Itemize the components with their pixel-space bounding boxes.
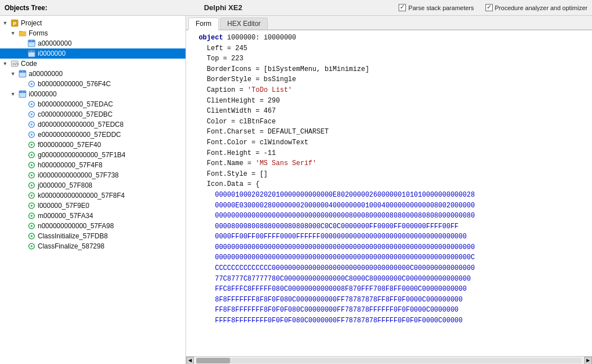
tree-item-k0000000000000_57F8F4[interactable]: k000000000000000_57F8F4 [0,190,185,201]
expand-icon[interactable]: ▼ [9,29,17,37]
tree-label: ClassFinalize_587298 [38,242,104,250]
procedure-analyzer-checkbox[interactable] [485,4,493,11]
expand-icon[interactable]: ▼ [9,90,17,98]
code-line-6: ClientHeight = 290 [191,96,587,106]
func-green-icon [27,140,36,149]
expand-icon [18,80,26,88]
tree-label: Project [21,19,42,27]
expand-icon [18,151,26,159]
expand-icon [18,232,26,240]
tree-item-forms[interactable]: ▼Forms [0,28,185,38]
tree-label: a00000000 [29,70,63,78]
left-panel: ▼PProject▼Forms ia00000000 ii0000000▼</>… [0,16,186,364]
code-line-3: BorderIcons = [biSystemMenu, biMinimize] [191,64,587,75]
tab-hex-editor[interactable]: HEX Editor [220,17,268,29]
tree-item-n0000000000000_57FA98[interactable]: n000000000000_57FA98 [0,221,185,231]
code-line-19: 0000FF00FF00FFFF0000FFFFFF00000000000000… [191,232,587,242]
code-line-22: CCCCCCCCCCCCCC00000000000000000000000000… [191,263,587,274]
top-bar: Objects Tree: Delphi XE2 Parse stack par… [0,0,592,16]
parse-stack-checkbox[interactable] [399,4,406,11]
tree-item-project[interactable]: ▼PProject [0,18,185,28]
unit-icon: i [18,90,27,99]
expand-icon[interactable]: ▼ [9,70,17,78]
objects-tree[interactable]: ▼PProject▼Forms ia00000000 ii0000000▼</>… [0,16,185,364]
svg-text:i: i [32,40,32,43]
form-icon: i [27,49,36,58]
code-line-9: Font.Charset = DEFAULT_CHARSET [191,127,587,137]
tree-item-g0000000000000_57F1B4[interactable]: g000000000000000_57F1B4 [0,150,185,160]
code-line-13: Font.Style = [] [191,169,587,180]
func-green-icon [27,171,36,180]
svg-text:i: i [32,50,32,53]
tree-item-a00000000_2[interactable]: ▼ia00000000 [0,69,185,79]
tree-item-b00000000000_576F4C[interactable]: b00000000000_576F4C [0,79,185,89]
tree-label: l000000_57F9E0 [38,202,89,210]
tree-item-ClassFinalize_587298[interactable]: ClassFinalize_587298 [0,241,185,251]
expand-icon [18,161,26,169]
code-line-27: FFFF8FFFFFFFF0F0F0F080C0000000FF78787878… [191,316,587,326]
tree-item-f0000000000_57EF40[interactable]: f000000000_57EF40 [0,140,185,150]
tab-form[interactable]: Form [188,17,219,30]
code-line-20: 0000000000000000000000000000000000000000… [191,242,587,253]
func-green-icon [27,232,36,241]
app-title: Delphi XE2 [59,3,387,12]
expand-icon [18,192,26,199]
tree-item-code[interactable]: ▼</>Code [0,59,185,69]
code-line-10: Font.Color = clWindowText [191,137,587,148]
code-line-8: Color = clBtnFace [191,117,587,127]
tree-label: Forms [29,29,48,37]
right-panel: FormHEX Editor object i000000: i0000000 … [186,16,592,364]
svg-text:P: P [13,21,16,26]
tree-item-i000000000000_57F738[interactable]: i00000000000000_57F738 [0,170,185,180]
tree-item-m000000_57FA34[interactable]: m000000_57FA34 [0,211,185,221]
tree-item-i0000000[interactable]: ii0000000 [0,48,185,59]
code-line-0: object i000000: i0000000 [191,33,587,43]
code-line-24: FFC8FFFC8FFFFF080C00000000000008F870FFF7… [191,284,587,295]
func-green-icon [27,191,36,200]
func-blue-icon [27,79,36,88]
tree-item-b00000000000_57EDAC[interactable]: b00000000000_57EDAC [0,99,185,109]
h-scroll-track[interactable] [196,358,582,363]
svg-text:i: i [23,70,23,73]
tree-item-d00000000000_57EDC8[interactable]: d00000000000000_57EDC8 [0,119,185,130]
func-green-icon [27,242,36,251]
tabs-bar: FormHEX Editor [186,16,592,30]
folder-icon [18,29,27,38]
tree-item-ClassInitialize_57FDB8[interactable]: ClassInitialize_57FDB8 [0,231,185,241]
form-icon: i [27,39,36,48]
func-green-icon [27,211,36,220]
bottom-scrollbar[interactable]: ◀ ▶ [186,356,592,364]
tree-label: i0000000 [38,50,65,57]
tree-label: h000000000_57F4F8 [38,161,103,169]
tree-label: g000000000000000_57F1B4 [38,151,125,159]
tree-item-a00000000[interactable]: ia00000000 [0,38,185,48]
tree-item-c00000000000_57EDBC[interactable]: c00000000000_57EDBC [0,109,185,119]
code-line-11: Font.Height = -11 [191,148,587,159]
code-line-17: 0000000000000000000000000000000008000800… [191,211,587,221]
code-line-4: BorderStyle = bsSingle [191,74,587,85]
tree-item-i0000000_2[interactable]: ▼ii0000000 [0,89,185,99]
tree-item-h000000000_57F4F8[interactable]: h000000000_57F4F8 [0,160,185,170]
expand-icon[interactable]: ▼ [1,60,9,68]
tree-label: d00000000000000_57EDC8 [38,121,123,128]
code-area[interactable]: object i000000: i0000000 Left = 245 Top … [186,30,592,356]
tree-label: m000000_57FA34 [38,212,93,220]
tree-item-j0000000_57F808[interactable]: j0000000_57F808 [0,180,185,190]
h-scroll-thumb[interactable] [196,358,230,363]
code-line-12: Font.Name = 'MS Sans Serif' [191,158,587,169]
tree-item-e00000000000_57EDDC[interactable]: e0000000000000_57EDDC [0,130,185,140]
func-green-icon [27,161,36,170]
expand-icon[interactable]: ▼ [1,19,9,27]
tree-label: i0000000 [29,90,56,98]
tree-item-l000000_57F9E0[interactable]: l000000_57F9E0 [0,201,185,211]
code-line-1: Left = 245 [191,43,587,54]
procedure-analyzer-label: Procedure analyzer and optimizer [485,4,587,11]
tree-label: f000000000_57EF40 [38,141,101,149]
code-line-21: 0000000000000000000000000000000000000000… [191,252,587,263]
expand-icon [18,50,26,57]
scroll-left-btn[interactable]: ◀ [186,357,194,365]
expand-icon [18,100,26,108]
code-icon: </> [10,59,19,68]
scroll-right-btn[interactable]: ▶ [584,357,592,365]
tree-label: n000000000000_57FA98 [38,222,114,230]
